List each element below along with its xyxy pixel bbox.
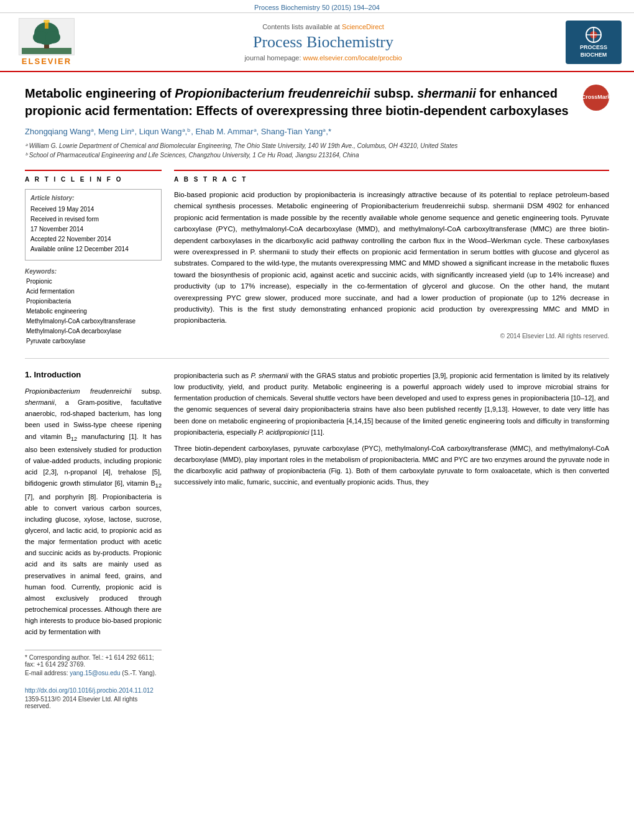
top-bar: Process Biochemistry 50 (2015) 194–204 [0,0,634,13]
intro-left-col: 1. Introduction Propionibacterium freude… [25,370,162,711]
intro-heading: Introduction [34,370,81,379]
left-column: A R T I C L E I N F O Article history: R… [25,170,162,347]
pb-logo-text: PROCESSBIOCHEM [580,44,607,58]
article-info-block: Article history: Received 19 May 2014 Re… [25,189,162,261]
corresponding-footnote: * Corresponding author. Tel.: +1 614 292… [25,654,162,668]
intro-right-col: propionibacteria such as P. shermanii wi… [174,370,609,711]
elsevier-tree-image [19,18,75,55]
intro-number: 1. [25,370,32,379]
homepage-url[interactable]: www.elsevier.com/locate/procbio [303,54,402,62]
intro-right-text: propionibacteria such as P. shermanii wi… [174,370,609,487]
two-column-section: A R T I C L E I N F O Article history: R… [25,170,609,347]
homepage-label: journal homepage: [244,54,301,62]
doi-link[interactable]: http://dx.doi.org/10.1016/j.procbio.2014… [25,687,154,694]
email-link[interactable]: yang.15@osu.edu [70,670,120,676]
elsevier-logo: ELSEVIER [12,18,81,66]
keywords-heading: Keywords: [25,268,162,275]
history-title: Article history: [30,195,156,201]
online-row: Available online 12 December 2014 [30,245,156,254]
title-part2: subsp. [370,86,418,100]
right-column: A B S T R A C T Bio-based propionic acid… [174,170,609,347]
sciencedirect-link[interactable]: ScienceDirect [342,23,384,30]
keyword-2: Acid fermentation [25,287,162,296]
crossmark-label: CrossMark [582,95,611,101]
svg-point-6 [44,20,50,23]
affiliation-a: ᵃ William G. Lowrie Department of Chemic… [25,141,609,150]
keyword-3: Propionibacteria [25,297,162,306]
process-biochem-logo: PROCESSBIOCHEM [566,21,622,64]
svg-rect-0 [22,48,71,54]
issn-line: 1359-5113/© 2014 Elsevier Ltd. All right… [25,696,162,709]
doi-line: http://dx.doi.org/10.1016/j.procbio.2014… [25,687,162,694]
introduction-section: 1. Introduction Propionibacterium freude… [25,370,609,711]
svg-point-4 [45,31,60,44]
affiliations: ᵃ William G. Lowrie Department of Chemic… [25,141,609,160]
elsevier-label: ELSEVIER [22,57,71,66]
article-title: Metabolic engineering of Propionibacteri… [25,85,583,119]
keyword-4: Metabolic engineering [25,307,162,316]
email-footnote: E-mail address: yang.15@osu.edu (S.-T. Y… [25,670,162,676]
affiliation-b: ᵇ School of Pharmaceutical Engineering a… [25,150,609,160]
abstract-text: Bio-based propionic acid production by p… [174,189,609,326]
title-italic1: Propionibacterium freudenreichii [175,86,370,100]
section-divider [25,358,609,359]
journal-name: Process Biochemistry [93,33,553,52]
received-row: Received 19 May 2014 [30,205,156,214]
article-info-heading: A R T I C L E I N F O [25,176,162,183]
main-content: Metabolic engineering of Propionibacteri… [0,72,634,724]
keyword-6: Methylmalonyl-CoA decarboxylase [25,327,162,336]
keyword-1: Propionic [25,277,162,286]
journal-title-center: Contents lists available at ScienceDirec… [81,23,566,62]
crossmark-badge: CrossMark [583,85,609,111]
journal-header: ELSEVIER Contents lists available at Sci… [0,13,634,72]
authors-line: Zhongqiang Wangᵃ, Meng Linᵃ, Liqun Wangᵃ… [25,127,609,136]
contents-label: Contents lists available at [262,23,340,30]
intro-title: 1. Introduction [25,370,162,379]
abstract-heading: A B S T R A C T [174,176,609,183]
homepage-line: journal homepage: www.elsevier.com/locat… [93,54,553,62]
article-title-section: Metabolic engineering of Propionibacteri… [25,85,609,119]
copyright-line: © 2014 Elsevier Ltd. All rights reserved… [174,333,609,339]
journal-reference: Process Biochemistry 50 (2015) 194–204 [254,4,380,11]
authors-text: Zhongqiang Wangᵃ, Meng Linᵃ, Liqun Wangᵃ… [25,127,331,136]
keyword-5: Methylmalonyl-CoA carboxyltransferase [25,317,162,326]
title-italic2: shermanii [417,86,476,100]
email-suffix: (S.-T. Yang). [122,670,156,676]
footnote-section: * Corresponding author. Tel.: +1 614 292… [25,650,162,709]
contents-line: Contents lists available at ScienceDirec… [93,23,553,30]
revised-label: Received in revised form [30,215,156,224]
accepted-row: Accepted 22 November 2014 [30,235,156,244]
email-label: E-mail address: [25,670,68,676]
revised-date: 17 November 2014 [30,225,156,234]
keyword-7: Pyruvate carboxylase [25,337,162,346]
keywords-block: Keywords: Propionic Acid fermentation Pr… [25,268,162,346]
intro-left-text: Propionibacterium freudenreichii subsp. … [25,385,162,637]
title-part1: Metabolic engineering of [25,86,175,100]
